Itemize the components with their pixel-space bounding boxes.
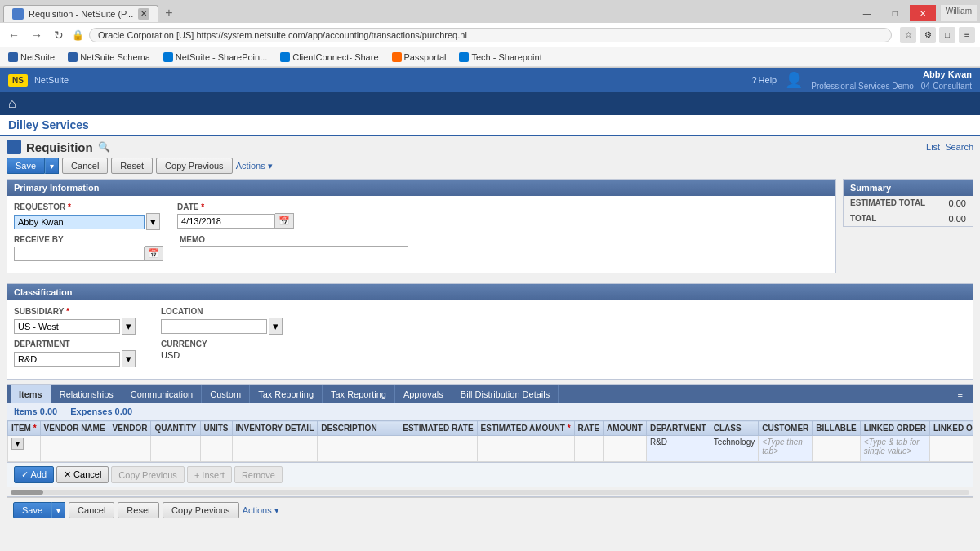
- receive-by-label: RECEIVE BY: [14, 235, 163, 244]
- sharepoint-icon: [163, 52, 173, 62]
- memo-input[interactable]: [180, 246, 408, 260]
- tab-approvals[interactable]: Approvals: [395, 385, 452, 403]
- col-item: ITEM *: [8, 421, 41, 436]
- requestor-input[interactable]: [14, 215, 145, 229]
- cell-class[interactable]: Technology: [710, 436, 759, 462]
- tab-custom[interactable]: Custom: [202, 385, 250, 403]
- forward-button[interactable]: →: [28, 27, 46, 43]
- save-dropdown-button[interactable]: ▾: [45, 158, 59, 174]
- date-calendar-button[interactable]: 📅: [275, 213, 294, 229]
- department-group: DEPARTMENT ▾: [14, 340, 145, 367]
- extensions-icon[interactable]: □: [939, 27, 956, 43]
- save-group: Save ▾: [7, 158, 59, 174]
- row-cancel-button[interactable]: ✕ Cancel: [56, 466, 109, 483]
- subsidiary-input[interactable]: [14, 319, 120, 334]
- star-icon[interactable]: ☆: [900, 27, 916, 43]
- row-copy-previous-button[interactable]: Copy Previous: [111, 466, 185, 483]
- actions-button[interactable]: Actions ▾: [236, 161, 273, 171]
- bottom-reset-button[interactable]: Reset: [118, 502, 159, 518]
- col-billable: BILLABLE: [813, 421, 860, 436]
- browser-chrome: Requisition - NetSuite (P... ✕ + — □ ✕ W…: [0, 0, 980, 68]
- row-remove-button[interactable]: Remove: [234, 466, 283, 483]
- bookmark-netsuite[interactable]: NetSuite: [5, 51, 58, 63]
- page-title: Requisition: [26, 140, 93, 154]
- row-select-button[interactable]: ▾: [11, 438, 24, 450]
- table-header-row: ITEM * VENDOR NAME VENDOR QUANTITY UNITS…: [8, 421, 973, 436]
- items-subtab-items[interactable]: Items 0.00: [14, 407, 57, 416]
- bookmark-tech-sharepoint[interactable]: Tech - Sharepoint: [456, 51, 545, 63]
- bottom-copy-previous-button[interactable]: Copy Previous: [163, 502, 239, 518]
- primary-info-body: REQUESTOR * ▾ DATE: [7, 196, 835, 273]
- tab-communication[interactable]: Communication: [122, 385, 202, 403]
- menu-icon[interactable]: ≡: [959, 27, 975, 43]
- currency-group: CURRENCY USD: [161, 340, 207, 367]
- horizontal-scrollbar[interactable]: [7, 487, 973, 496]
- cell-department[interactable]: R&D: [646, 436, 710, 462]
- netsuite-link[interactable]: NetSuite: [34, 75, 69, 85]
- department-dropdown-button[interactable]: ▾: [122, 350, 136, 367]
- cancel-button[interactable]: Cancel: [62, 158, 108, 174]
- maximize-button[interactable]: □: [882, 5, 908, 21]
- col-description: DESCRIPTION: [318, 421, 399, 436]
- items-subtab-expenses[interactable]: Expenses 0.00: [70, 407, 132, 416]
- requestor-label: REQUESTOR *: [14, 202, 161, 211]
- new-tab-button[interactable]: +: [158, 3, 179, 23]
- estimated-total-value: 0.00: [949, 198, 966, 208]
- window-controls: — □ ✕ William: [854, 5, 977, 21]
- tab-tax-reporting-2[interactable]: Tax Reporting: [323, 385, 395, 403]
- bookmark-passportal[interactable]: Passportal: [389, 51, 450, 63]
- bookmark-netsuite-schema[interactable]: NetSuite Schema: [65, 51, 154, 63]
- add-button[interactable]: ✓ Add: [14, 466, 54, 483]
- tab-bill-distribution[interactable]: Bill Distribution Details: [452, 385, 559, 403]
- save-button[interactable]: Save: [7, 158, 45, 174]
- url-bar[interactable]: Oracle Corporation [US] https://system.n…: [89, 28, 892, 42]
- receive-by-calendar-button[interactable]: 📅: [145, 246, 163, 261]
- reload-button[interactable]: ↻: [51, 27, 67, 43]
- list-link[interactable]: List: [926, 142, 940, 152]
- date-input[interactable]: [177, 214, 275, 229]
- location-dropdown-button[interactable]: ▾: [269, 318, 283, 335]
- col-customer: CUSTOMER: [759, 421, 813, 436]
- requestor-dropdown-button[interactable]: ▾: [146, 213, 160, 230]
- bottom-save-dropdown-button[interactable]: ▾: [51, 502, 65, 518]
- bookmark-netsuite-sharepoint[interactable]: NetSuite - SharePoin...: [160, 51, 271, 63]
- cell-linked-order[interactable]: <Type & tab for single value>: [860, 436, 929, 462]
- receive-by-input[interactable]: [14, 247, 145, 261]
- brand-logo[interactable]: Dilley Services: [8, 118, 89, 131]
- primary-section-container: Primary Information REQUESTOR * ▾: [7, 179, 836, 278]
- copy-previous-button[interactable]: Copy Previous: [156, 158, 233, 174]
- settings-icon[interactable]: ⚙: [920, 27, 936, 43]
- close-button[interactable]: ✕: [910, 5, 936, 21]
- tab-close-button[interactable]: ✕: [138, 8, 149, 20]
- subsidiary-dropdown-button[interactable]: ▾: [122, 318, 136, 335]
- reset-button[interactable]: Reset: [111, 158, 153, 174]
- department-input[interactable]: [14, 352, 120, 367]
- help-button[interactable]: ? Help: [751, 75, 777, 85]
- bottom-save-group: Save ▾: [13, 502, 65, 518]
- primary-info-section: Primary Information REQUESTOR * ▾: [7, 179, 836, 273]
- total-value: 0.00: [949, 214, 966, 224]
- active-tab[interactable]: Requisition - NetSuite (P... ✕: [3, 5, 158, 22]
- bookmark-clientconnect[interactable]: ClientConnect- Share: [277, 51, 381, 63]
- items-area: Items Relationships Communication Custom…: [7, 384, 973, 497]
- customer-placeholder: <Type then tab>: [762, 438, 803, 455]
- user-label: William: [941, 5, 977, 21]
- location-input[interactable]: [161, 319, 267, 334]
- row-insert-button[interactable]: + Insert: [187, 466, 232, 483]
- scrollbar-thumb[interactable]: [11, 490, 43, 495]
- tab-relationships[interactable]: Relationships: [51, 385, 122, 403]
- bottom-save-button[interactable]: Save: [13, 502, 51, 518]
- bottom-cancel-button[interactable]: Cancel: [69, 502, 114, 518]
- tab-items[interactable]: Items: [11, 385, 51, 403]
- tab-tax-reporting-1[interactable]: Tax Reporting: [250, 385, 323, 403]
- back-button[interactable]: ←: [5, 27, 23, 43]
- search-icon[interactable]: 🔍: [98, 141, 110, 153]
- bottom-actions-button[interactable]: Actions ▾: [243, 505, 279, 516]
- tab-menu-icon[interactable]: ≡: [951, 385, 969, 403]
- top-nav-links: NetSuite: [34, 75, 69, 85]
- items-subtabs: Items 0.00 Expenses 0.00: [7, 403, 973, 420]
- cell-customer[interactable]: <Type then tab>: [759, 436, 813, 462]
- minimize-button[interactable]: —: [854, 5, 880, 21]
- search-link[interactable]: Search: [945, 142, 973, 152]
- home-icon[interactable]: ⌂: [8, 96, 16, 111]
